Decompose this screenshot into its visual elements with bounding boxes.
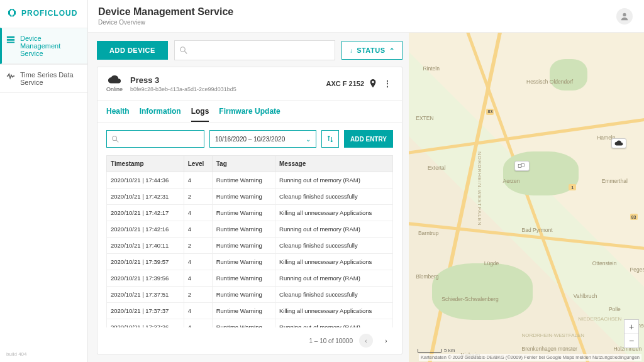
cloud-icon <box>108 75 121 85</box>
cell-tag: Runtime Warning <box>212 205 275 221</box>
table-row[interactable]: 2020/10/21 | 17:40:112Runtime WarningCle… <box>107 238 393 254</box>
map-pane[interactable]: RintelnEXTENHessisch OldendorfHamelnExte… <box>409 33 644 362</box>
user-avatar[interactable] <box>616 8 633 25</box>
tab-firmware[interactable]: Firmware Update <box>219 107 280 122</box>
cell-ts: 2020/10/21 | 17:37:51 <box>107 287 184 303</box>
cell-tag: Runtime Warning <box>212 319 275 328</box>
brand-text: PROFICLOUD <box>21 9 77 18</box>
toolbar: ADD DEVICE ↓ STATUS ⌃ <box>97 40 402 60</box>
svg-point-3 <box>623 13 626 16</box>
log-search-input[interactable] <box>119 136 199 143</box>
status-label: STATUS <box>357 47 385 54</box>
cell-level: 2 <box>184 287 212 303</box>
city-label: Rinteln <box>423 65 439 72</box>
cell-msg: Running out of memory (RAM) <box>275 270 393 287</box>
table-row[interactable]: 2020/10/21 | 17:42:174Runtime WarningKil… <box>107 205 393 221</box>
table-row[interactable]: 2020/10/21 | 17:37:512Runtime WarningCle… <box>107 287 393 303</box>
device-marker[interactable] <box>611 138 626 148</box>
cell-msg: Running out of memory (RAM) <box>275 319 393 328</box>
tab-information[interactable]: Information <box>140 107 181 122</box>
device-header: Online Press 3 b0fe9c28-b3eb-413a-a5d1-2… <box>97 67 402 101</box>
region-label: NIEDERSACHSEN <box>578 316 621 322</box>
cell-tag: Runtime Warning <box>212 303 275 319</box>
device-column: ADD DEVICE ↓ STATUS ⌃ <box>88 33 409 362</box>
col-tag[interactable]: Tag <box>212 156 275 172</box>
cell-tag: Runtime Warning <box>212 221 275 238</box>
pager-prev-button[interactable]: ‹ <box>359 334 373 348</box>
cell-level: 4 <box>184 172 212 189</box>
cell-ts: 2020/10/21 | 17:37:36 <box>107 319 184 328</box>
sidebar-item-dms[interactable]: Device Management Service <box>0 28 87 64</box>
table-row[interactable]: 2020/10/21 | 17:44:364Runtime WarningRun… <box>107 172 393 189</box>
cluster-marker[interactable] <box>514 161 530 171</box>
svg-rect-2 <box>7 42 14 43</box>
col-level[interactable]: Level <box>184 156 212 172</box>
city-label: Extertal <box>428 165 446 171</box>
cell-tag: Runtime Warning <box>212 287 275 303</box>
svg-rect-0 <box>7 36 14 38</box>
tab-logs[interactable]: Logs <box>191 107 209 122</box>
add-entry-button[interactable]: ADD ENTRY <box>344 130 393 148</box>
device-uuid: b0fe9c28-b3eb-413a-a5d1-2ce99d031bd5 <box>130 86 236 92</box>
main: Device Management Service Device Overvie… <box>88 0 644 362</box>
app-root: PROFICLOUD Device Management Service Tim… <box>0 0 644 362</box>
table-row[interactable]: 2020/10/21 | 17:37:374Runtime WarningKil… <box>107 303 393 319</box>
cluster-icon <box>518 163 526 169</box>
road-shield: 83 <box>486 109 494 115</box>
city-label: Vahlbruch <box>574 293 597 299</box>
log-table: Timestamp Level Tag Message 2020/10/21 |… <box>106 155 393 327</box>
city-label: Ottenstein <box>592 260 617 266</box>
col-timestamp[interactable]: Timestamp <box>107 156 184 172</box>
zoom-out-button[interactable]: − <box>625 334 638 348</box>
zoom-in-button[interactable]: + <box>625 320 638 334</box>
scale-bar <box>418 349 441 353</box>
road-shield: 83 <box>630 214 638 220</box>
global-search[interactable] <box>174 40 335 60</box>
log-search[interactable] <box>106 130 204 148</box>
map-attribution[interactable]: Kartendaten © 2020 GeoBasis-DE/BKG (©200… <box>419 354 641 361</box>
log-table-wrap[interactable]: Timestamp Level Tag Message 2020/10/21 |… <box>97 155 402 327</box>
pager-next-button[interactable]: › <box>379 334 393 348</box>
date-range-picker[interactable]: 10/16/2020 – 10/23/2020 ⌄ <box>209 130 316 148</box>
device-right: AXC F 2152 ⋮ <box>326 79 393 89</box>
svg-point-7 <box>113 136 117 140</box>
location-pin-icon[interactable] <box>369 79 377 88</box>
city-label: Blomberg <box>416 273 438 280</box>
cell-level: 2 <box>184 189 212 205</box>
cell-ts: 2020/10/21 | 17:42:16 <box>107 221 184 238</box>
city-label: Lügde <box>484 260 499 266</box>
cell-ts: 2020/10/21 | 17:44:36 <box>107 172 184 189</box>
city-label: Pegestorf <box>630 266 644 273</box>
svg-point-6 <box>372 81 374 84</box>
cell-msg: Killing all unnecessary Applications <box>275 254 393 270</box>
table-row[interactable]: 2020/10/21 | 17:42:164Runtime WarningRun… <box>107 221 393 238</box>
tab-health[interactable]: Health <box>106 107 130 122</box>
zoom-controls: + − <box>624 319 639 348</box>
sort-toggle-button[interactable] <box>321 130 339 148</box>
cell-msg: Cleanup finished successfully <box>275 238 393 254</box>
table-row[interactable]: 2020/10/21 | 17:42:312Runtime WarningCle… <box>107 189 393 205</box>
device-menu-button[interactable]: ⋮ <box>382 79 393 89</box>
search-icon <box>180 47 187 54</box>
swap-icon <box>326 135 334 143</box>
sidebar-item-tsd[interactable]: Time Series Data Service <box>0 64 87 93</box>
cell-ts: 2020/10/21 | 17:40:11 <box>107 238 184 254</box>
chevron-down-icon: ⌄ <box>306 136 311 143</box>
pager: 1 – 10 of 10000 ‹ › <box>97 327 402 354</box>
city-label: Aerzen <box>503 178 520 184</box>
city-label: Bad Pyrmont <box>522 227 553 233</box>
status-sort-button[interactable]: ↓ STATUS ⌃ <box>341 41 402 60</box>
table-row[interactable]: 2020/10/21 | 17:39:564Runtime WarningRun… <box>107 270 393 287</box>
col-message[interactable]: Message <box>275 156 393 172</box>
table-row[interactable]: 2020/10/21 | 17:37:364Runtime WarningRun… <box>107 319 393 328</box>
cell-level: 4 <box>184 221 212 238</box>
add-device-button[interactable]: ADD DEVICE <box>97 41 168 60</box>
brand: PROFICLOUD <box>0 0 87 28</box>
cell-level: 4 <box>184 270 212 287</box>
device-card: Online Press 3 b0fe9c28-b3eb-413a-a5d1-2… <box>97 67 402 354</box>
svg-line-8 <box>116 140 118 141</box>
table-row[interactable]: 2020/10/21 | 17:39:574Runtime WarningKil… <box>107 254 393 270</box>
search-input[interactable] <box>187 47 330 54</box>
device-info: Press 3 b0fe9c28-b3eb-413a-a5d1-2ce99d03… <box>130 75 236 92</box>
header: Device Management Service Device Overvie… <box>88 0 644 33</box>
